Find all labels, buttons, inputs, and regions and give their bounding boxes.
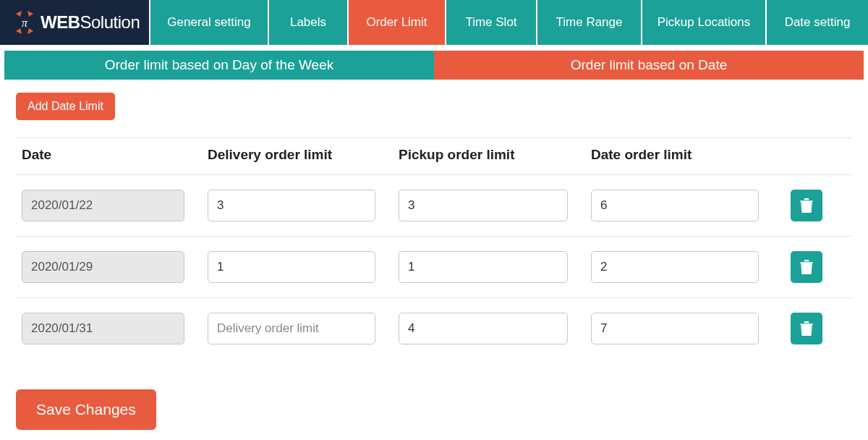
sub-tabs: Order limit based on Day of the Week Ord…: [4, 51, 864, 80]
trash-icon: [800, 260, 813, 274]
col-header-date: Date: [16, 147, 208, 163]
table-row: [16, 175, 852, 237]
top-nav: π WEBSolution General setting Labels Ord…: [0, 0, 868, 46]
col-header-date-order: Date order limit: [591, 147, 782, 163]
add-date-limit-button[interactable]: Add Date Limit: [16, 93, 115, 120]
col-header-action: [782, 147, 822, 163]
trash-icon: [800, 321, 813, 336]
delete-button[interactable]: [791, 190, 822, 221]
nav-order-limit[interactable]: Order Limit: [347, 0, 445, 45]
date-order-input[interactable]: [591, 190, 759, 221]
pickup-input[interactable]: [399, 251, 568, 283]
nav-date-setting[interactable]: Date setting: [765, 0, 868, 45]
pickup-input[interactable]: [399, 313, 568, 344]
content-area: Add Date Limit Date Delivery order limit…: [0, 80, 868, 440]
table-header: Date Delivery order limit Pickup order l…: [16, 138, 852, 175]
date-input[interactable]: [22, 190, 184, 221]
delivery-input[interactable]: [208, 190, 375, 221]
date-input[interactable]: [22, 313, 184, 344]
date-order-input[interactable]: [591, 251, 759, 283]
nav-labels[interactable]: Labels: [268, 0, 347, 45]
logo: π WEBSolution: [0, 0, 149, 45]
logo-text: WEBSolution: [41, 12, 140, 33]
delivery-input[interactable]: [208, 251, 375, 283]
delete-button[interactable]: [791, 313, 822, 344]
date-order-input[interactable]: [591, 313, 759, 344]
svg-text:π: π: [22, 17, 28, 29]
date-input[interactable]: [22, 251, 184, 283]
tab-based-on-date[interactable]: Order limit based on Date: [434, 51, 864, 80]
nav-time-range[interactable]: Time Range: [536, 0, 641, 45]
delete-button[interactable]: [791, 251, 822, 283]
nav-general-setting[interactable]: General setting: [149, 0, 268, 45]
save-changes-button[interactable]: Save Changes: [16, 389, 156, 430]
nav-pickup-locations[interactable]: Pickup Locations: [641, 0, 765, 45]
table-row: [16, 298, 852, 359]
col-header-delivery: Delivery order limit: [208, 147, 399, 163]
pickup-input[interactable]: [399, 190, 568, 221]
nav-time-slot[interactable]: Time Slot: [445, 0, 536, 45]
delivery-input[interactable]: [208, 313, 375, 344]
col-header-pickup: Pickup order limit: [399, 147, 591, 163]
table-row: [16, 237, 852, 298]
pi-logo-icon: π: [13, 11, 36, 34]
trash-icon: [800, 198, 813, 213]
tab-day-of-week[interactable]: Order limit based on Day of the Week: [4, 51, 434, 80]
